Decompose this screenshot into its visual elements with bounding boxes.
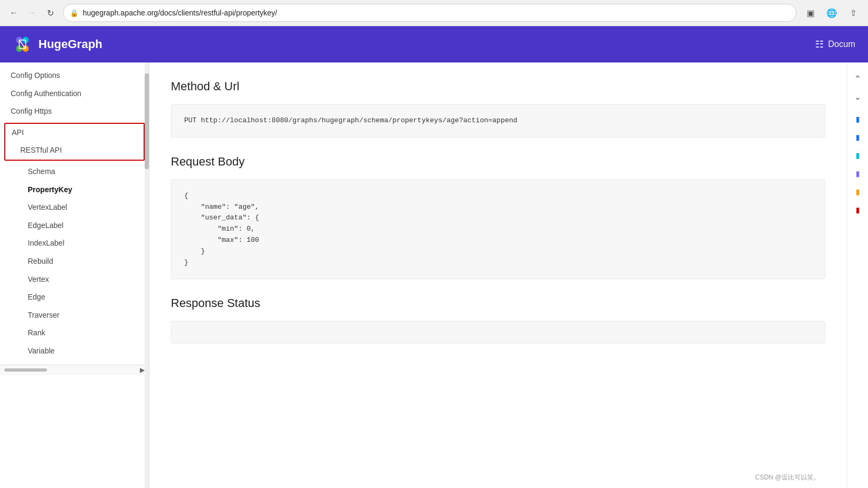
sidebar-item-vertex-label[interactable]: VertexLabel [0, 199, 149, 217]
blue-icon-2[interactable]: ▮ [850, 130, 865, 145]
sidebar-item-label: VertexLabel [28, 203, 67, 211]
request-body-title: Request Body [171, 155, 825, 169]
right-sidebar: ⌃ ⌄ ▮ ▮ ▮ ▮ ▮ ▮ [847, 62, 868, 488]
sidebar-item-label: Config Options [11, 71, 60, 80]
response-status-code-block [171, 321, 825, 343]
sidebar-item-label: Schema [28, 167, 55, 176]
sidebar-item-label: EdgeLabel [28, 221, 64, 230]
sidebar-item-label: Rank [28, 328, 45, 337]
purple-icon[interactable]: ▮ [850, 166, 865, 181]
watermark-text: CSDN @逗比可以笑。 [755, 473, 820, 482]
api-section-border: API RESTful API [4, 123, 145, 161]
sidebar-expand-arrow[interactable]: ▶ [140, 366, 145, 374]
sidebar-item-rebuild[interactable]: Rebuild [0, 253, 149, 271]
sidebar-vertical-scrollbar-thumb[interactable] [145, 73, 149, 169]
search-prev-button[interactable]: ⌃ [850, 71, 865, 86]
browser-toolbar: ← → ↻ 🔒 hugegraph.apache.org/docs/client… [0, 0, 868, 26]
sidebar-item-label: Traverser [28, 311, 59, 319]
header-right: ☷ Docum [815, 38, 855, 50]
translate-button[interactable]: 🌐 [823, 4, 840, 21]
sidebar-item-label: RESTful API [20, 146, 62, 154]
sidebar-item-restful-api[interactable]: RESTful API [5, 141, 144, 160]
hugegraph-logo-icon [13, 35, 32, 54]
blue-icon[interactable]: ▮ [850, 112, 865, 127]
sidebar-item-label: Rebuild [28, 257, 53, 265]
method-url-code: PUT http://localhost:8080/graphs/hugegra… [184, 116, 517, 124]
browser-chrome: ← → ↻ 🔒 hugegraph.apache.org/docs/client… [0, 0, 868, 26]
sidebar-item-label: Config Https [11, 107, 52, 115]
response-status-title: Response Status [171, 296, 825, 310]
site-title: HugeGraph [38, 37, 102, 51]
sidebar-item-label: Variable [28, 347, 54, 355]
sidebar-item-index-label[interactable]: IndexLabel [0, 234, 149, 253]
site-header: HugeGraph ☷ Docum [0, 26, 868, 62]
forward-button[interactable]: → [25, 5, 40, 20]
site-logo: HugeGraph [13, 35, 102, 54]
sidebar-item-label: API [12, 128, 24, 137]
red-icon[interactable]: ▮ [850, 202, 865, 217]
sidebar-item-variable[interactable]: Variable [0, 342, 149, 360]
sidebar: Config Options Config Authentication Con… [0, 62, 149, 488]
sidebar-bottom-bar: ▶ [0, 365, 149, 375]
sidebar-nav: Config Options Config Authentication Con… [0, 62, 149, 365]
orange-icon[interactable]: ▮ [850, 184, 865, 199]
content-area: Method & Url PUT http://localhost:8080/g… [149, 62, 847, 488]
sidebar-item-property-key[interactable]: PropertyKey [0, 181, 149, 199]
sidebar-item-config-options[interactable]: Config Options [0, 67, 149, 85]
header-doc-label: Docum [828, 40, 855, 49]
horizontal-scrollbar[interactable] [4, 368, 47, 372]
sidebar-item-config-https[interactable]: Config Https [0, 103, 149, 121]
sidebar-item-label: Vertex [28, 275, 49, 284]
page-wrapper: HugeGraph ☷ Docum Config Options Config … [0, 26, 868, 488]
url-text: hugegraph.apache.org/docs/clients/restfu… [83, 9, 790, 17]
sidebar-item-config-auth[interactable]: Config Authentication [0, 85, 149, 103]
request-body-code: { "name": "age", "user_data": { "min": 0… [184, 192, 259, 266]
nav-buttons: ← → ↻ [6, 5, 58, 20]
sidebar-item-label: IndexLabel [28, 239, 65, 247]
sidebar-item-rank[interactable]: Rank [0, 324, 149, 342]
sidebar-item-label: Edge [28, 293, 45, 301]
method-url-code-block: PUT http://localhost:8080/graphs/hugegra… [171, 104, 825, 138]
cyan-icon[interactable]: ▮ [850, 148, 865, 163]
share-button[interactable]: ⇧ [845, 4, 862, 21]
sidebar-vertical-scrollbar-track [145, 62, 149, 488]
method-url-title: Method & Url [171, 80, 825, 93]
browser-actions: ▣ 🌐 ⇧ [802, 4, 862, 21]
refresh-button[interactable]: ↻ [43, 5, 58, 20]
sidebar-item-label: PropertyKey [28, 185, 72, 194]
document-icon: ☷ [815, 38, 824, 50]
sidebar-item-vertex[interactable]: Vertex [0, 271, 149, 289]
main-area: Config Options Config Authentication Con… [0, 62, 868, 488]
address-bar[interactable]: 🔒 hugegraph.apache.org/docs/clients/rest… [63, 4, 796, 22]
sidebar-item-edge-label[interactable]: EdgeLabel [0, 217, 149, 235]
sidebar-item-schema[interactable]: Schema [0, 163, 149, 181]
request-body-code-block: { "name": "age", "user_data": { "min": 0… [171, 179, 825, 280]
reader-mode-button[interactable]: ▣ [802, 4, 819, 21]
search-next-button[interactable]: ⌄ [850, 89, 865, 104]
sidebar-item-label: Config Authentication [11, 89, 81, 98]
sidebar-item-edge[interactable]: Edge [0, 288, 149, 306]
sidebar-item-api[interactable]: API [5, 124, 144, 142]
sidebar-item-traverser[interactable]: Traverser [0, 306, 149, 325]
lock-icon: 🔒 [70, 9, 78, 17]
back-button[interactable]: ← [6, 5, 21, 20]
